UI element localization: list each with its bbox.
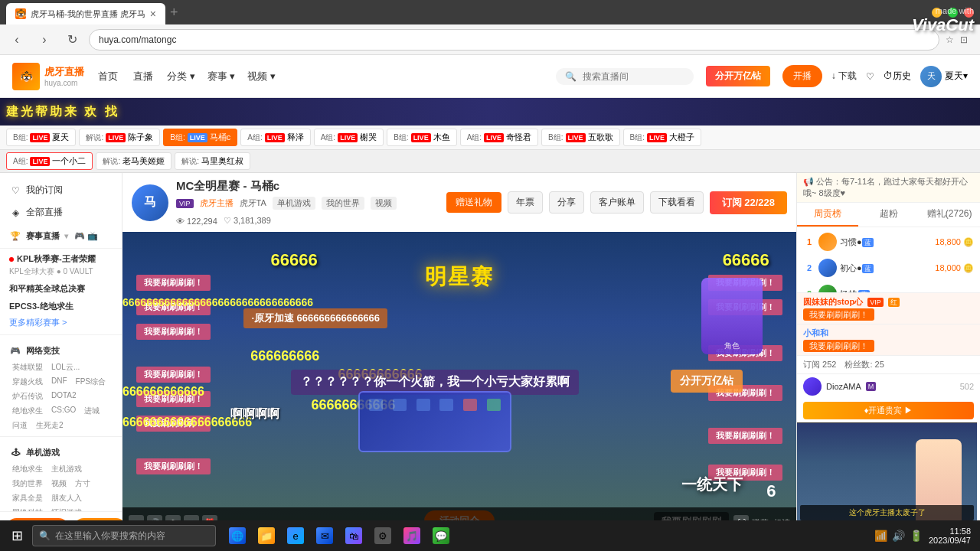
streamer-tab-xie[interactable]: A组: LIVE 榭哭 [314,129,384,146]
sidebar-single-player[interactable]: 🕹 单机游戏 [0,440,122,461]
sg-jiaju[interactable]: 家具全是 [9,492,46,504]
subscription-info: 订阅 252 粉丝数: 25 [797,355,980,373]
taskbar-app-chrome[interactable]: 🌐 [224,522,251,549]
lb-score-2: 18,000 🪙 [935,263,974,273]
nav-home[interactable]: 首页 [96,67,119,86]
window-minimize-button[interactable]: − [932,8,942,18]
game-cfx[interactable]: 穿越火线 [9,376,46,388]
game-wendao[interactable]: 问道 [9,419,31,432]
collect-button[interactable]: ♡ [866,71,874,82]
address-bar[interactable] [89,29,939,51]
annual-button[interactable]: 年票 [508,191,543,214]
download-stream-button[interactable]: 下载看看 [650,191,704,214]
sg-video[interactable]: 视频 [48,478,70,490]
streamer-tab-dacheng[interactable]: B组: LIVE 大橙子 [623,129,701,146]
reload-button[interactable]: ↻ [61,29,83,51]
nav-live[interactable]: 直播 [132,67,155,86]
game-pubg[interactable]: 绝地求生 [9,405,46,417]
sub-text: 订阅 252 [803,360,836,369]
video-player[interactable]: 明星赛 我要刷刷刷刷！ 我要刷刷刷刷！ 我要刷刷刷刷！ 我要刷刷刷刷！ 我要刷刷… [122,232,796,538]
network-games-tags: 英雄联盟 LOL云... 穿越火线 DNF FPS综合 炉石传说 DOTA2 绝… [0,360,122,433]
taskbar-app-msg[interactable]: 💬 [427,522,455,549]
sg-console[interactable]: 主机游戏 [48,463,85,475]
game-shengsi[interactable]: 生死走2 [33,419,67,432]
sidebar-divider-1 [0,248,122,249]
new-tab-button[interactable]: + [165,5,183,21]
title-overlay: 明星赛 [425,262,494,292]
sidebar-item-my-subscription[interactable]: ♡ 我的订阅 [0,179,122,201]
taskbar-app-store[interactable]: 🛍 [340,522,368,549]
streamer-tab-wuge[interactable]: B组: LIVE 五歌歌 [541,129,619,146]
streamer-tab-xiatian[interactable]: B组: LIVE 夏天 [6,129,76,146]
chat-tab-ranking[interactable]: 周贡榜 [797,203,858,227]
streamer-tab-muyu[interactable]: B组: LIVE 木鱼 [387,129,456,146]
sub-tab-xiaoer[interactable]: A组: LIVE 一个小二 [6,152,93,170]
active-tab[interactable]: 🐯 虎牙马桶-我的世界直播 虎牙马 × [6,3,165,24]
danmaku-666-3: 666666666666 [122,385,204,399]
extensions-icon[interactable]: ⊡ [960,34,968,45]
subscribe-stream-button[interactable]: 订阅 22/228 [710,191,787,214]
game-dota2[interactable]: DOTA2 [48,390,80,403]
sg-mc[interactable]: 我的世界 [9,478,46,490]
forward-button[interactable]: › [34,29,55,51]
sub-tab-laoma[interactable]: 解说: 老马美姬姬 [96,152,172,170]
tab-close-button[interactable]: × [150,8,156,20]
window-close-button[interactable]: × [964,8,974,18]
sg-fangcun[interactable]: 方寸 [72,478,93,490]
chat-tab-gift[interactable]: 超粉 [858,203,920,227]
game-jincheng[interactable]: 进城 [81,405,103,417]
all-live-icon: ◈ [9,207,21,219]
chat-tab-count[interactable]: 赠礼(2726) [919,203,980,227]
user-info[interactable]: 天 夏天▾ [920,66,968,87]
game-lol[interactable]: 英雄联盟 [9,361,46,373]
taskbar-search-box[interactable]: 🔍 在这里输入你要搜索的内容 [32,525,216,546]
sidebar-item-all-live[interactable]: ◈ 全部直播 [0,201,122,223]
streamer-tab-matong[interactable]: B组: LIVE 马桶c [163,129,237,146]
streamer-tab-shize[interactable]: A组: LIVE 释泽 [240,129,310,146]
logo-site-name: 虎牙直播 [44,65,84,79]
account-button[interactable]: 客户账单 [590,191,644,214]
game-fps[interactable]: FPS综合 [73,376,109,388]
taskbar-app-settings[interactable]: ⚙ [369,522,397,549]
site-logo[interactable]: 🐯 虎牙直播 huya.com [12,63,84,90]
kpl-section[interactable]: KPL秋季赛-王者荣耀 [9,253,113,265]
nav-events[interactable]: 赛事 ▾ [207,70,236,83]
sidebar-esports[interactable]: 🏆 赛事直播 ▾ 🎮 📺 [0,223,122,245]
streamer-tab-chenzi[interactable]: 解说: LIVE 陈子象 [79,129,160,146]
open-membership-button[interactable]: ♦开通贵宾 ▶ [803,402,974,419]
window-maximize-button[interactable]: □ [948,8,958,18]
sidebar-network-gaming[interactable]: 🎮 网络竞技 [0,338,122,360]
special-btn[interactable]: 分开万亿钻 [706,66,770,86]
back-button[interactable]: ‹ [6,29,28,51]
epcs-section[interactable]: EPCS3-绝地求生 [9,301,113,312]
browser-toolbar: ‹ › ↻ ☆ ⊡ [0,24,980,55]
chat-badge-red: 红 [888,298,900,307]
gift-button[interactable]: 赠送礼物 [446,192,501,213]
sg-friend[interactable]: 朋友人入 [48,492,85,504]
vip-tag: VIP [176,199,194,208]
streamer-tab-qiguai[interactable]: A组: LIVE 奇怪君 [460,129,538,146]
taskbar-app-edge[interactable]: e [282,522,309,549]
history-button[interactable]: ⏱历史 [884,70,911,83]
taskbar-app-mail[interactable]: ✉ [311,522,338,549]
taskbar-app-music[interactable]: 🎵 [398,522,426,549]
game-dnf[interactable]: DNF [48,376,70,388]
bookmark-star-icon[interactable]: ☆ [946,34,954,45]
more-esports-link[interactable]: 更多精彩赛事 > [0,314,122,331]
game-hearthstone[interactable]: 炉石传说 [9,390,46,403]
search-input[interactable] [583,71,675,82]
key-5 [463,399,477,411]
logo-text-area: 虎牙直播 huya.com [44,65,84,87]
taskbar-app-explorer[interactable]: 📁 [253,522,280,549]
game-csgo[interactable]: CS:GO [48,405,79,417]
nav-video[interactable]: 视频 ▾ [247,70,276,83]
taskbar-start-button[interactable]: ⊞ [3,522,31,549]
sg-pubg[interactable]: 绝地求生 [9,463,46,475]
sub-tab-maliou[interactable]: 解说: 马里奥红叔 [175,152,250,170]
share-button[interactable]: 分享 [549,191,584,214]
nav-category[interactable]: 分类 ▾ [167,70,195,83]
open-broadcast-button[interactable]: 开播 [782,65,822,87]
game-lol-cloud[interactable]: LOL云... [48,361,83,373]
heping-section[interactable]: 和平精英全球总决赛 [9,283,113,295]
download-button[interactable]: ↓ 下载 [831,70,857,83]
